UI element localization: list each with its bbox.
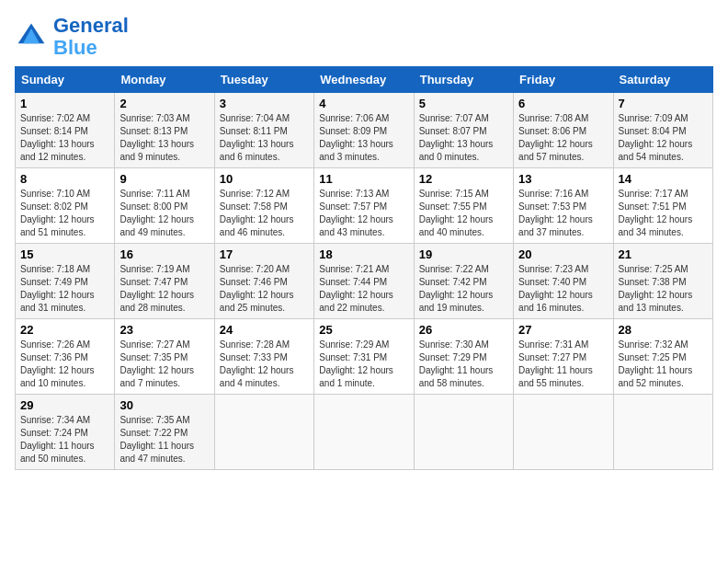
day-number: 14 bbox=[619, 172, 708, 186]
calendar-cell: 21Sunrise: 7:25 AMSunset: 7:38 PMDayligh… bbox=[613, 244, 712, 319]
calendar-cell: 1Sunrise: 7:02 AMSunset: 8:14 PMDaylight… bbox=[16, 93, 115, 168]
weekday-header-monday: Monday bbox=[115, 67, 214, 93]
calendar-cell: 24Sunrise: 7:28 AMSunset: 7:33 PMDayligh… bbox=[214, 319, 313, 395]
calendar-cell: 4Sunrise: 7:06 AMSunset: 8:09 PMDaylight… bbox=[314, 93, 414, 168]
day-info: Sunrise: 7:30 AMSunset: 7:29 PMDaylight:… bbox=[419, 339, 508, 390]
page-header: General Blue bbox=[15, 15, 713, 59]
weekday-header-saturday: Saturday bbox=[613, 67, 712, 93]
day-number: 13 bbox=[518, 172, 608, 186]
day-info: Sunrise: 7:21 AMSunset: 7:44 PMDaylight:… bbox=[319, 263, 408, 315]
day-number: 11 bbox=[319, 172, 408, 186]
calendar-cell: 16Sunrise: 7:19 AMSunset: 7:47 PMDayligh… bbox=[115, 244, 214, 319]
logo: General Blue bbox=[15, 15, 129, 59]
calendar-cell: 6Sunrise: 7:08 AMSunset: 8:06 PMDaylight… bbox=[514, 93, 613, 168]
day-info: Sunrise: 7:27 AMSunset: 7:35 PMDaylight:… bbox=[119, 339, 209, 390]
day-info: Sunrise: 7:17 AMSunset: 7:51 PMDaylight:… bbox=[619, 188, 708, 239]
day-number: 10 bbox=[220, 172, 309, 186]
day-info: Sunrise: 7:34 AMSunset: 7:24 PMDaylight:… bbox=[20, 414, 109, 465]
day-info: Sunrise: 7:28 AMSunset: 7:33 PMDaylight:… bbox=[220, 339, 309, 390]
day-info: Sunrise: 7:02 AMSunset: 8:14 PMDaylight:… bbox=[20, 112, 109, 164]
day-number: 12 bbox=[419, 172, 508, 186]
day-info: Sunrise: 7:15 AMSunset: 7:55 PMDaylight:… bbox=[419, 188, 508, 239]
calendar-cell: 18Sunrise: 7:21 AMSunset: 7:44 PMDayligh… bbox=[314, 244, 414, 319]
day-number: 22 bbox=[20, 323, 109, 337]
calendar-week-4: 22Sunrise: 7:26 AMSunset: 7:36 PMDayligh… bbox=[16, 319, 713, 395]
calendar-cell: 13Sunrise: 7:16 AMSunset: 7:53 PMDayligh… bbox=[514, 168, 613, 244]
calendar-cell: 12Sunrise: 7:15 AMSunset: 7:55 PMDayligh… bbox=[414, 168, 513, 244]
day-info: Sunrise: 7:11 AMSunset: 8:00 PMDaylight:… bbox=[119, 188, 209, 239]
day-info: Sunrise: 7:13 AMSunset: 7:57 PMDaylight:… bbox=[319, 188, 408, 239]
day-info: Sunrise: 7:29 AMSunset: 7:31 PMDaylight:… bbox=[319, 339, 408, 390]
logo-text: General Blue bbox=[53, 15, 129, 59]
day-number: 23 bbox=[119, 323, 209, 337]
day-info: Sunrise: 7:09 AMSunset: 8:04 PMDaylight:… bbox=[619, 112, 708, 164]
day-number: 20 bbox=[518, 247, 608, 261]
calendar-cell: 25Sunrise: 7:29 AMSunset: 7:31 PMDayligh… bbox=[314, 319, 414, 395]
calendar-week-5: 29Sunrise: 7:34 AMSunset: 7:24 PMDayligh… bbox=[16, 395, 713, 470]
calendar-week-1: 1Sunrise: 7:02 AMSunset: 8:14 PMDaylight… bbox=[16, 93, 713, 168]
day-info: Sunrise: 7:18 AMSunset: 7:49 PMDaylight:… bbox=[20, 263, 109, 315]
day-number: 18 bbox=[319, 247, 408, 261]
day-info: Sunrise: 7:12 AMSunset: 7:58 PMDaylight:… bbox=[220, 188, 309, 239]
calendar-cell: 27Sunrise: 7:31 AMSunset: 7:27 PMDayligh… bbox=[514, 319, 613, 395]
day-info: Sunrise: 7:04 AMSunset: 8:11 PMDaylight:… bbox=[220, 112, 309, 164]
day-number: 19 bbox=[419, 247, 508, 261]
calendar-cell: 11Sunrise: 7:13 AMSunset: 7:57 PMDayligh… bbox=[314, 168, 414, 244]
day-number: 4 bbox=[319, 97, 408, 110]
calendar-cell: 28Sunrise: 7:32 AMSunset: 7:25 PMDayligh… bbox=[613, 319, 712, 395]
day-number: 1 bbox=[20, 97, 109, 110]
calendar-cell: 10Sunrise: 7:12 AMSunset: 7:58 PMDayligh… bbox=[214, 168, 313, 244]
day-number: 30 bbox=[119, 398, 209, 412]
calendar-cell: 7Sunrise: 7:09 AMSunset: 8:04 PMDaylight… bbox=[613, 93, 712, 168]
day-info: Sunrise: 7:19 AMSunset: 7:47 PMDaylight:… bbox=[119, 263, 209, 315]
calendar-cell: 17Sunrise: 7:20 AMSunset: 7:46 PMDayligh… bbox=[214, 244, 313, 319]
day-number: 15 bbox=[20, 247, 109, 261]
day-number: 29 bbox=[20, 398, 109, 412]
calendar-cell: 20Sunrise: 7:23 AMSunset: 7:40 PMDayligh… bbox=[514, 244, 613, 319]
weekday-header-wednesday: Wednesday bbox=[314, 67, 414, 93]
day-number: 28 bbox=[619, 323, 708, 337]
weekday-header-thursday: Thursday bbox=[414, 67, 513, 93]
day-number: 27 bbox=[518, 323, 608, 337]
weekday-header-friday: Friday bbox=[514, 67, 613, 93]
calendar-week-3: 15Sunrise: 7:18 AMSunset: 7:49 PMDayligh… bbox=[16, 244, 713, 319]
calendar-cell: 15Sunrise: 7:18 AMSunset: 7:49 PMDayligh… bbox=[16, 244, 115, 319]
day-number: 25 bbox=[319, 323, 408, 337]
calendar-cell bbox=[214, 395, 313, 470]
calendar-cell: 29Sunrise: 7:34 AMSunset: 7:24 PMDayligh… bbox=[16, 395, 115, 470]
day-info: Sunrise: 7:16 AMSunset: 7:53 PMDaylight:… bbox=[518, 188, 608, 239]
day-number: 26 bbox=[419, 323, 508, 337]
day-number: 9 bbox=[119, 172, 209, 186]
day-info: Sunrise: 7:10 AMSunset: 8:02 PMDaylight:… bbox=[20, 188, 109, 239]
calendar-cell: 3Sunrise: 7:04 AMSunset: 8:11 PMDaylight… bbox=[214, 93, 313, 168]
weekday-header-sunday: Sunday bbox=[16, 67, 115, 93]
day-info: Sunrise: 7:31 AMSunset: 7:27 PMDaylight:… bbox=[518, 339, 608, 390]
calendar-cell bbox=[314, 395, 414, 470]
day-info: Sunrise: 7:03 AMSunset: 8:13 PMDaylight:… bbox=[119, 112, 209, 164]
weekday-header-tuesday: Tuesday bbox=[214, 67, 313, 93]
logo-icon bbox=[15, 20, 48, 53]
calendar-cell: 26Sunrise: 7:30 AMSunset: 7:29 PMDayligh… bbox=[414, 319, 513, 395]
calendar-cell: 23Sunrise: 7:27 AMSunset: 7:35 PMDayligh… bbox=[115, 319, 214, 395]
day-info: Sunrise: 7:35 AMSunset: 7:22 PMDaylight:… bbox=[119, 414, 209, 465]
day-number: 17 bbox=[220, 247, 309, 261]
calendar-cell: 5Sunrise: 7:07 AMSunset: 8:07 PMDaylight… bbox=[414, 93, 513, 168]
day-info: Sunrise: 7:08 AMSunset: 8:06 PMDaylight:… bbox=[518, 112, 608, 164]
day-number: 5 bbox=[419, 97, 508, 110]
day-number: 21 bbox=[619, 247, 708, 261]
day-number: 16 bbox=[119, 247, 209, 261]
day-number: 3 bbox=[220, 97, 309, 110]
calendar-cell: 2Sunrise: 7:03 AMSunset: 8:13 PMDaylight… bbox=[115, 93, 214, 168]
day-info: Sunrise: 7:25 AMSunset: 7:38 PMDaylight:… bbox=[619, 263, 708, 315]
calendar-cell: 8Sunrise: 7:10 AMSunset: 8:02 PMDaylight… bbox=[16, 168, 115, 244]
calendar-cell: 22Sunrise: 7:26 AMSunset: 7:36 PMDayligh… bbox=[16, 319, 115, 395]
day-info: Sunrise: 7:26 AMSunset: 7:36 PMDaylight:… bbox=[20, 339, 109, 390]
calendar-cell: 19Sunrise: 7:22 AMSunset: 7:42 PMDayligh… bbox=[414, 244, 513, 319]
day-number: 6 bbox=[518, 97, 608, 110]
calendar-week-2: 8Sunrise: 7:10 AMSunset: 8:02 PMDaylight… bbox=[16, 168, 713, 244]
day-number: 8 bbox=[20, 172, 109, 186]
day-number: 2 bbox=[119, 97, 209, 110]
calendar-cell bbox=[514, 395, 613, 470]
day-info: Sunrise: 7:32 AMSunset: 7:25 PMDaylight:… bbox=[619, 339, 708, 390]
day-info: Sunrise: 7:07 AMSunset: 8:07 PMDaylight:… bbox=[419, 112, 508, 164]
